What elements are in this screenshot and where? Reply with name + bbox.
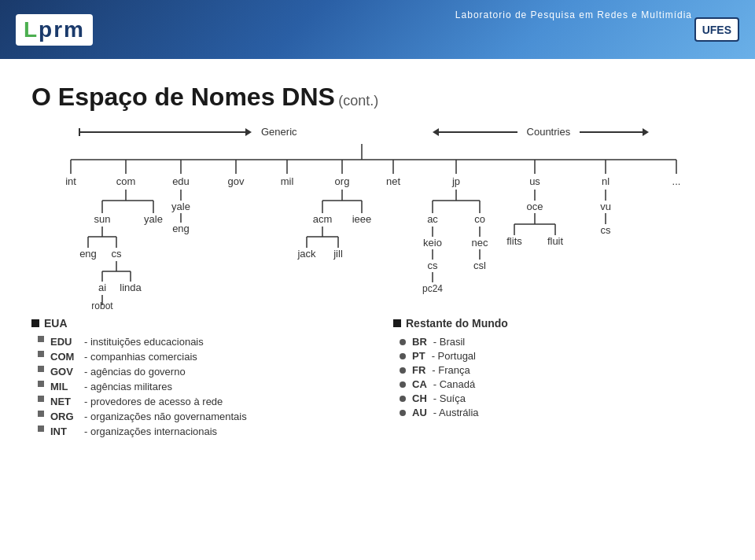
svg-text:cs: cs — [428, 260, 439, 271]
svg-text:pc24: pc24 — [422, 283, 443, 294]
countries-arrowhead-left — [433, 128, 439, 136]
world-section-title: Restante do Mundo — [393, 317, 724, 330]
svg-text:org: org — [335, 175, 350, 187]
country-name: - Suíça — [433, 392, 466, 404]
svg-text:vu: vu — [600, 201, 611, 212]
country-code: PT — [412, 350, 425, 362]
svg-text:flits: flits — [506, 235, 522, 247]
list-item: GOV - agências do governo — [31, 366, 378, 378]
svg-text:net: net — [386, 175, 400, 187]
svg-text:sun: sun — [94, 213, 111, 225]
world-bullet — [393, 319, 401, 327]
item-desc: - agências do governo — [84, 366, 186, 378]
item-desc: - agências militares — [84, 381, 172, 392]
arrow-labels-row: Generic Countries — [31, 126, 724, 138]
country-bullet — [400, 396, 406, 402]
left-panel: EUA EDU - instituições educacionais COM … — [31, 317, 378, 440]
svg-text:edu: edu — [172, 175, 190, 187]
country-row: FR - França — [393, 364, 724, 376]
list-item: MIL - agências militares — [31, 381, 378, 392]
svg-text:cs: cs — [112, 248, 123, 260]
svg-text:mil: mil — [281, 175, 294, 187]
svg-text:us: us — [529, 175, 540, 187]
item-bullet — [38, 381, 44, 387]
svg-text:jill: jill — [333, 248, 343, 260]
svg-text:nl: nl — [602, 175, 610, 187]
country-row: CA - Canadá — [393, 378, 724, 390]
item-desc: - organizações internacionais — [84, 426, 217, 437]
generic-arrowhead-right — [245, 128, 252, 136]
svg-text:nec: nec — [472, 237, 488, 249]
country-list: BR - Brasil PT - Portugal FR - França CA… — [393, 336, 724, 418]
svg-text:yale: yale — [171, 201, 190, 212]
generic-label: Generic — [252, 126, 307, 138]
svg-text:linda: linda — [120, 282, 142, 293]
item-label: COM — [50, 351, 78, 363]
list-item: COM - companhias comerciais — [31, 351, 378, 363]
eua-section-title: EUA — [31, 317, 378, 330]
svg-text:keio: keio — [423, 237, 442, 249]
countries-arrowhead-right — [643, 128, 649, 136]
country-bullet — [400, 367, 406, 374]
svg-text:eng: eng — [79, 248, 97, 260]
country-code: FR — [412, 364, 425, 376]
list-item: ORG - organizações não governamentais — [31, 411, 378, 422]
svg-text:ieee: ieee — [352, 213, 372, 225]
right-panel: Restante do Mundo BR - Brasil PT - Portu… — [378, 317, 724, 440]
country-code: CA — [412, 378, 427, 390]
item-desc: - companhias comerciais — [84, 351, 197, 363]
svg-text:com: com — [116, 175, 136, 187]
svg-text:...: ... — [672, 175, 681, 187]
country-bullet — [400, 353, 406, 359]
country-row: PT - Portugal — [393, 350, 724, 362]
svg-text:gov: gov — [228, 175, 245, 187]
country-row: CH - Suíça — [393, 392, 724, 404]
svg-text:co: co — [474, 213, 485, 225]
svg-text:eng: eng — [172, 223, 190, 234]
country-name: - Brasil — [433, 336, 465, 348]
item-label: INT — [50, 426, 78, 437]
svg-text:jp: jp — [451, 175, 460, 187]
country-row: BR - Brasil — [393, 336, 724, 348]
svg-text:ac: ac — [427, 213, 438, 225]
svg-text:acm: acm — [313, 213, 333, 225]
item-bullet — [38, 396, 44, 402]
item-label: MIL — [50, 381, 78, 392]
country-row: AU - Austrália — [393, 407, 724, 418]
item-bullet — [38, 411, 44, 417]
header: Lprm Laboratorio de Pesquisa em Redes e … — [0, 0, 755, 59]
header-subtitle: Laboratorio de Pesquisa em Redes e Multi… — [455, 9, 692, 20]
svg-text:yale: yale — [144, 213, 163, 225]
svg-text:int: int — [65, 175, 76, 187]
dns-tree-svg: int com edu gov mil org net jp us nl ...… — [31, 144, 724, 309]
ufes-logo: UFES — [694, 17, 739, 42]
countries-label: Countries — [517, 126, 580, 138]
list-item: NET - provedores de acesso à rede — [31, 396, 378, 407]
item-bullet — [38, 336, 44, 342]
item-label: NET — [50, 396, 78, 407]
bottom-section: EUA EDU - instituições educacionais COM … — [31, 317, 724, 440]
country-name: - França — [432, 364, 470, 376]
svg-text:robot: robot — [91, 300, 113, 309]
country-name: - Portugal — [432, 350, 476, 362]
country-code: BR — [412, 336, 427, 348]
item-label: EDU — [50, 336, 78, 348]
country-bullet — [400, 381, 406, 388]
item-bullet — [38, 351, 44, 357]
page-subtitle: (cont.) — [338, 93, 378, 109]
item-desc: - provedores de acesso à rede — [84, 396, 223, 407]
svg-text:cs: cs — [601, 224, 612, 236]
item-bullet — [38, 366, 44, 372]
country-code: CH — [412, 392, 427, 404]
eua-bullet — [31, 319, 39, 327]
page-title: O Espaço de Nomes DNS — [31, 83, 335, 111]
svg-text:jack: jack — [296, 248, 316, 260]
item-label: ORG — [50, 411, 78, 422]
main-content: O Espaço de Nomes DNS (cont.) Generic Co… — [0, 59, 755, 456]
country-code: AU — [412, 407, 427, 418]
item-desc: - instituições educacionais — [84, 336, 204, 348]
list-item: INT - organizações internacionais — [31, 426, 378, 437]
lprm-logo-container: Lprm — [16, 14, 93, 46]
svg-text:ai: ai — [98, 282, 106, 293]
country-bullet — [400, 410, 406, 416]
